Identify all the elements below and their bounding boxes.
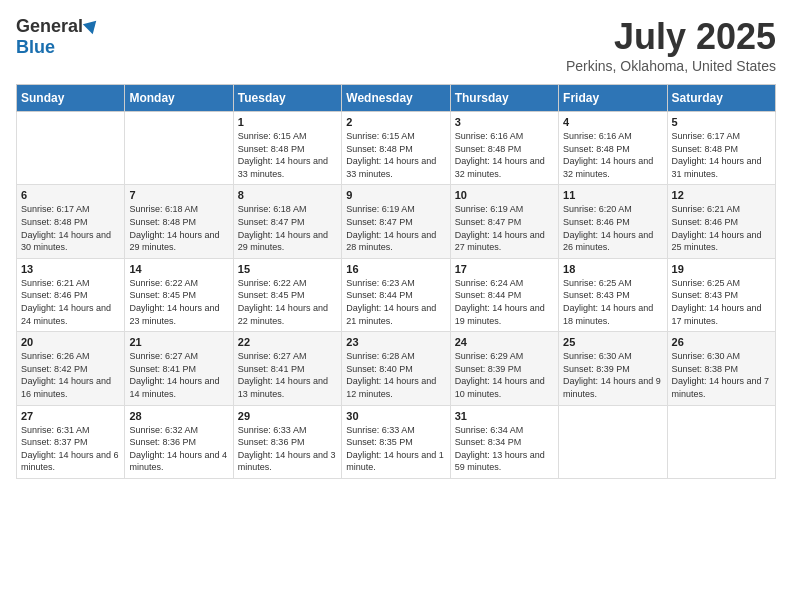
day-info: Sunrise: 6:25 AMSunset: 8:43 PMDaylight:… [563, 277, 662, 327]
calendar-cell: 21Sunrise: 6:27 AMSunset: 8:41 PMDayligh… [125, 332, 233, 405]
day-info: Sunrise: 6:20 AMSunset: 8:46 PMDaylight:… [563, 203, 662, 253]
day-number: 9 [346, 189, 445, 201]
col-sunday: Sunday [17, 85, 125, 112]
page-header: General Blue July 2025 Perkins, Oklahoma… [16, 16, 776, 74]
logo-triangle [83, 15, 101, 33]
calendar-cell: 17Sunrise: 6:24 AMSunset: 8:44 PMDayligh… [450, 258, 558, 331]
calendar-cell: 10Sunrise: 6:19 AMSunset: 8:47 PMDayligh… [450, 185, 558, 258]
day-info: Sunrise: 6:18 AMSunset: 8:48 PMDaylight:… [129, 203, 228, 253]
day-info: Sunrise: 6:27 AMSunset: 8:41 PMDaylight:… [238, 350, 337, 400]
day-number: 11 [563, 189, 662, 201]
calendar-cell: 25Sunrise: 6:30 AMSunset: 8:39 PMDayligh… [559, 332, 667, 405]
day-number: 5 [672, 116, 771, 128]
day-info: Sunrise: 6:24 AMSunset: 8:44 PMDaylight:… [455, 277, 554, 327]
calendar-cell: 24Sunrise: 6:29 AMSunset: 8:39 PMDayligh… [450, 332, 558, 405]
day-number: 2 [346, 116, 445, 128]
day-info: Sunrise: 6:16 AMSunset: 8:48 PMDaylight:… [455, 130, 554, 180]
calendar-week-row: 13Sunrise: 6:21 AMSunset: 8:46 PMDayligh… [17, 258, 776, 331]
calendar-cell: 14Sunrise: 6:22 AMSunset: 8:45 PMDayligh… [125, 258, 233, 331]
day-number: 4 [563, 116, 662, 128]
day-info: Sunrise: 6:28 AMSunset: 8:40 PMDaylight:… [346, 350, 445, 400]
day-number: 26 [672, 336, 771, 348]
day-info: Sunrise: 6:34 AMSunset: 8:34 PMDaylight:… [455, 424, 554, 474]
day-info: Sunrise: 6:33 AMSunset: 8:36 PMDaylight:… [238, 424, 337, 474]
calendar-cell: 8Sunrise: 6:18 AMSunset: 8:47 PMDaylight… [233, 185, 341, 258]
calendar-cell [667, 405, 775, 478]
calendar-cell: 15Sunrise: 6:22 AMSunset: 8:45 PMDayligh… [233, 258, 341, 331]
col-saturday: Saturday [667, 85, 775, 112]
day-info: Sunrise: 6:19 AMSunset: 8:47 PMDaylight:… [346, 203, 445, 253]
calendar-cell: 16Sunrise: 6:23 AMSunset: 8:44 PMDayligh… [342, 258, 450, 331]
day-number: 15 [238, 263, 337, 275]
day-number: 3 [455, 116, 554, 128]
calendar-cell: 6Sunrise: 6:17 AMSunset: 8:48 PMDaylight… [17, 185, 125, 258]
calendar-cell: 23Sunrise: 6:28 AMSunset: 8:40 PMDayligh… [342, 332, 450, 405]
day-number: 6 [21, 189, 120, 201]
calendar-cell: 30Sunrise: 6:33 AMSunset: 8:35 PMDayligh… [342, 405, 450, 478]
day-info: Sunrise: 6:22 AMSunset: 8:45 PMDaylight:… [238, 277, 337, 327]
day-number: 8 [238, 189, 337, 201]
calendar-cell: 4Sunrise: 6:16 AMSunset: 8:48 PMDaylight… [559, 112, 667, 185]
col-thursday: Thursday [450, 85, 558, 112]
day-number: 30 [346, 410, 445, 422]
calendar-cell: 1Sunrise: 6:15 AMSunset: 8:48 PMDaylight… [233, 112, 341, 185]
day-number: 12 [672, 189, 771, 201]
calendar-cell: 28Sunrise: 6:32 AMSunset: 8:36 PMDayligh… [125, 405, 233, 478]
day-number: 25 [563, 336, 662, 348]
calendar-week-row: 6Sunrise: 6:17 AMSunset: 8:48 PMDaylight… [17, 185, 776, 258]
day-info: Sunrise: 6:29 AMSunset: 8:39 PMDaylight:… [455, 350, 554, 400]
calendar-cell: 20Sunrise: 6:26 AMSunset: 8:42 PMDayligh… [17, 332, 125, 405]
day-number: 23 [346, 336, 445, 348]
location: Perkins, Oklahoma, United States [566, 58, 776, 74]
day-info: Sunrise: 6:33 AMSunset: 8:35 PMDaylight:… [346, 424, 445, 474]
day-info: Sunrise: 6:23 AMSunset: 8:44 PMDaylight:… [346, 277, 445, 327]
day-number: 18 [563, 263, 662, 275]
day-info: Sunrise: 6:25 AMSunset: 8:43 PMDaylight:… [672, 277, 771, 327]
col-monday: Monday [125, 85, 233, 112]
day-number: 7 [129, 189, 228, 201]
calendar-cell: 29Sunrise: 6:33 AMSunset: 8:36 PMDayligh… [233, 405, 341, 478]
day-info: Sunrise: 6:17 AMSunset: 8:48 PMDaylight:… [21, 203, 120, 253]
day-info: Sunrise: 6:30 AMSunset: 8:38 PMDaylight:… [672, 350, 771, 400]
logo: General Blue [16, 16, 99, 58]
calendar-cell: 12Sunrise: 6:21 AMSunset: 8:46 PMDayligh… [667, 185, 775, 258]
calendar-cell: 22Sunrise: 6:27 AMSunset: 8:41 PMDayligh… [233, 332, 341, 405]
calendar-cell: 5Sunrise: 6:17 AMSunset: 8:48 PMDaylight… [667, 112, 775, 185]
day-number: 19 [672, 263, 771, 275]
day-info: Sunrise: 6:15 AMSunset: 8:48 PMDaylight:… [238, 130, 337, 180]
day-number: 22 [238, 336, 337, 348]
day-info: Sunrise: 6:16 AMSunset: 8:48 PMDaylight:… [563, 130, 662, 180]
day-number: 31 [455, 410, 554, 422]
day-info: Sunrise: 6:21 AMSunset: 8:46 PMDaylight:… [21, 277, 120, 327]
calendar-week-row: 20Sunrise: 6:26 AMSunset: 8:42 PMDayligh… [17, 332, 776, 405]
day-number: 14 [129, 263, 228, 275]
day-number: 29 [238, 410, 337, 422]
day-info: Sunrise: 6:22 AMSunset: 8:45 PMDaylight:… [129, 277, 228, 327]
calendar-cell: 9Sunrise: 6:19 AMSunset: 8:47 PMDaylight… [342, 185, 450, 258]
day-number: 20 [21, 336, 120, 348]
calendar-table: Sunday Monday Tuesday Wednesday Thursday… [16, 84, 776, 479]
day-info: Sunrise: 6:21 AMSunset: 8:46 PMDaylight:… [672, 203, 771, 253]
calendar-header-row: Sunday Monday Tuesday Wednesday Thursday… [17, 85, 776, 112]
calendar-week-row: 27Sunrise: 6:31 AMSunset: 8:37 PMDayligh… [17, 405, 776, 478]
calendar-cell: 18Sunrise: 6:25 AMSunset: 8:43 PMDayligh… [559, 258, 667, 331]
col-wednesday: Wednesday [342, 85, 450, 112]
calendar-cell: 26Sunrise: 6:30 AMSunset: 8:38 PMDayligh… [667, 332, 775, 405]
calendar-cell: 13Sunrise: 6:21 AMSunset: 8:46 PMDayligh… [17, 258, 125, 331]
day-number: 16 [346, 263, 445, 275]
col-tuesday: Tuesday [233, 85, 341, 112]
day-info: Sunrise: 6:31 AMSunset: 8:37 PMDaylight:… [21, 424, 120, 474]
day-info: Sunrise: 6:30 AMSunset: 8:39 PMDaylight:… [563, 350, 662, 400]
day-info: Sunrise: 6:26 AMSunset: 8:42 PMDaylight:… [21, 350, 120, 400]
calendar-cell: 27Sunrise: 6:31 AMSunset: 8:37 PMDayligh… [17, 405, 125, 478]
day-number: 28 [129, 410, 228, 422]
calendar-cell: 11Sunrise: 6:20 AMSunset: 8:46 PMDayligh… [559, 185, 667, 258]
day-info: Sunrise: 6:17 AMSunset: 8:48 PMDaylight:… [672, 130, 771, 180]
calendar-cell: 2Sunrise: 6:15 AMSunset: 8:48 PMDaylight… [342, 112, 450, 185]
day-info: Sunrise: 6:18 AMSunset: 8:47 PMDaylight:… [238, 203, 337, 253]
calendar-cell [125, 112, 233, 185]
calendar-cell: 19Sunrise: 6:25 AMSunset: 8:43 PMDayligh… [667, 258, 775, 331]
calendar-cell [17, 112, 125, 185]
day-info: Sunrise: 6:32 AMSunset: 8:36 PMDaylight:… [129, 424, 228, 474]
day-number: 27 [21, 410, 120, 422]
